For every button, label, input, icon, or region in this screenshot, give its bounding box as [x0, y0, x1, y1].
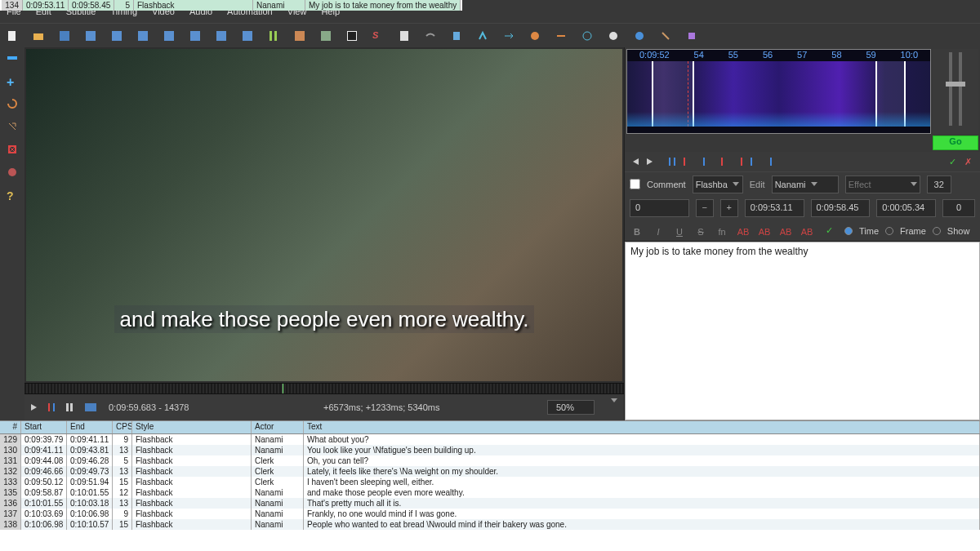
frame-toggle-icon[interactable] [84, 402, 97, 413]
color1-button[interactable]: AB [736, 224, 751, 238]
effect-dropdown[interactable]: Effect [845, 176, 920, 193]
start-time-field[interactable]: 0:09:53.11 [745, 199, 804, 217]
tool-icon[interactable] [216, 30, 227, 42]
color4-button[interactable]: AB [800, 224, 814, 238]
video-preview[interactable]: and make those people even more wealthy. [26, 49, 622, 381]
time-radio[interactable] [844, 227, 853, 235]
pause-icon[interactable] [66, 403, 73, 411]
grid-row[interactable]: 1380:10:06.980:10:10.5715FlashbackNanami… [0, 519, 980, 530]
tool-icon[interactable] [268, 30, 279, 42]
zoom-dropdown[interactable]: 50% [547, 400, 595, 415]
commit-text-icon[interactable]: ✓ [826, 225, 833, 236]
tool-icon[interactable] [503, 30, 514, 42]
style-dropdown[interactable]: Flashba [693, 176, 743, 193]
tool-icon[interactable] [294, 30, 305, 42]
play-sel-icon[interactable] [669, 158, 675, 166]
margin-r-field[interactable]: 0 [942, 199, 975, 217]
grid-row[interactable]: 1350:09:58.870:10:01.5512FlashbackNanami… [0, 487, 980, 498]
svg-rect-2 [60, 31, 69, 41]
tool-icon[interactable] [111, 30, 122, 42]
grid-row[interactable]: 1290:09:39.790:09:41.119FlashbackNanamiW… [0, 434, 980, 445]
side-tool-icon[interactable]: + [7, 75, 18, 87]
color3-button[interactable]: AB [778, 224, 793, 238]
underline-button[interactable]: U [672, 224, 687, 238]
commit-icon[interactable]: ✓ [949, 157, 956, 167]
grid-row[interactable]: 1320:09:46.660:09:49.7313FlashbackClerkL… [0, 466, 980, 477]
grid-row[interactable]: 1360:10:01.550:10:03.1813FlashbackNanami… [0, 498, 980, 509]
tool-icon[interactable] [399, 30, 410, 42]
zoom-caret-icon[interactable] [606, 402, 617, 412]
bold-button[interactable]: B [630, 224, 644, 238]
play-after-icon[interactable] [698, 158, 705, 166]
layer-field[interactable]: 0 [630, 199, 689, 217]
save-file-icon[interactable] [59, 30, 70, 42]
color2-button[interactable]: AB [757, 224, 772, 238]
tool-icon[interactable] [163, 30, 175, 42]
margin-field[interactable] [927, 176, 951, 193]
volume-slider[interactable] [959, 52, 962, 126]
tool-icon[interactable] [85, 30, 96, 42]
layer-minus-icon[interactable]: − [696, 199, 714, 217]
tool-icon[interactable] [529, 30, 541, 42]
side-tool-icon[interactable] [7, 121, 18, 132]
duration-field[interactable]: 0:00:05.34 [876, 199, 936, 217]
svg-rect-9 [243, 31, 252, 41]
tool-icon[interactable] [608, 30, 619, 42]
range-icon[interactable] [765, 158, 772, 166]
tool-icon[interactable] [451, 30, 462, 42]
svg-rect-23 [7, 56, 17, 60]
prev-icon[interactable] [633, 158, 639, 165]
edit-label[interactable]: Edit [750, 180, 765, 189]
frame-radio[interactable] [885, 227, 893, 235]
font-button[interactable]: fn [715, 224, 729, 238]
tool-icon[interactable] [686, 30, 697, 42]
tool-icon[interactable] [581, 30, 593, 42]
tool-icon[interactable] [660, 30, 671, 42]
tool-icon[interactable] [320, 30, 332, 42]
grid-row[interactable]: 1370:10:03.690:10:06.989FlashbackNanamiF… [0, 509, 980, 519]
grid-row[interactable]: 1310:09:44.080:09:46.285FlashbackClerkOh… [0, 455, 980, 466]
play-before-icon[interactable] [684, 158, 690, 166]
play-icon[interactable] [31, 404, 37, 411]
grid-row[interactable]: 1300:09:41.110:09:43.8113FlashbackNanami… [0, 445, 980, 455]
tool-icon[interactable] [425, 30, 436, 42]
tool-icon[interactable] [137, 30, 149, 42]
cancel-icon[interactable]: ✗ [964, 157, 972, 167]
new-file-icon[interactable] [7, 30, 18, 42]
actor-dropdown[interactable]: Nanami [772, 176, 839, 193]
svg-rect-12 [295, 31, 305, 41]
strike-button[interactable]: S [693, 224, 708, 238]
tool-icon[interactable] [555, 30, 567, 42]
tool-icon[interactable] [634, 30, 645, 42]
svg-point-20 [609, 32, 617, 40]
help-icon[interactable]: ? [7, 189, 18, 201]
play-audio-icon[interactable] [647, 158, 653, 165]
layer-plus-icon[interactable]: + [720, 199, 738, 217]
lead-in-icon[interactable] [721, 158, 728, 166]
end-time-field[interactable]: 0:09:58.45 [811, 199, 871, 217]
lead-out-icon[interactable] [736, 158, 742, 166]
play-line-icon[interactable] [48, 403, 55, 411]
range-icon[interactable] [751, 158, 757, 166]
side-tool-icon[interactable] [7, 167, 18, 178]
audio-waveform[interactable]: 0:09:5254555657585910:0 [626, 49, 931, 134]
svg-rect-4 [112, 31, 122, 41]
zoom-slider[interactable] [949, 52, 952, 126]
show-radio[interactable] [933, 227, 941, 235]
open-file-icon[interactable] [33, 30, 44, 42]
comment-checkbox[interactable] [630, 179, 640, 189]
video-seek-bar[interactable] [24, 383, 624, 394]
tool-icon[interactable] [477, 30, 488, 42]
tool-icon[interactable] [242, 30, 253, 42]
tool-icon[interactable] [189, 30, 201, 42]
go-button[interactable]: Go [933, 136, 978, 150]
waveform-ticks: 0:09:5254555657585910:0 [627, 50, 930, 61]
tool-icon[interactable]: S [372, 30, 384, 42]
side-tool-icon[interactable] [7, 52, 18, 64]
tool-icon[interactable] [346, 30, 358, 42]
side-tool-icon[interactable] [7, 144, 18, 155]
subtitle-text-input[interactable]: My job is to take money from the wealthy [625, 242, 980, 420]
side-tool-icon[interactable] [7, 98, 18, 109]
grid-row[interactable]: 1330:09:50.120:09:51.9415FlashbackClerkI… [0, 477, 980, 487]
italic-button[interactable]: I [651, 224, 666, 238]
